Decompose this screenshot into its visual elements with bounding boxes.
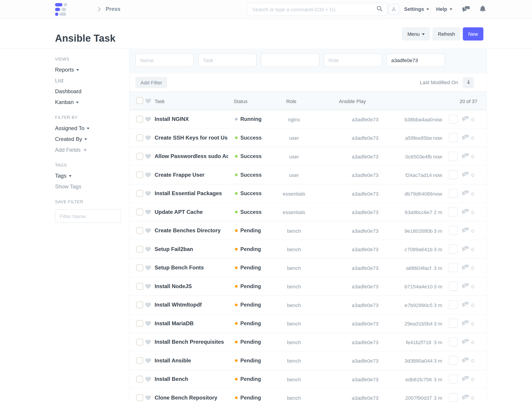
row-checkbox[interactable] [136, 339, 143, 345]
app-logo-icon[interactable] [55, 3, 69, 17]
sidebar-item-show-tags[interactable]: Show Tags + [55, 184, 123, 190]
heart-icon[interactable] [145, 395, 151, 402]
sidebar-item-assigned-to[interactable]: Assigned To + [55, 125, 123, 131]
heart-icon[interactable] [145, 135, 151, 142]
heart-icon[interactable] [145, 209, 151, 216]
sidebar-item-dashboard[interactable]: Dashboard + [55, 88, 123, 95]
row-checkbox[interactable] [136, 153, 143, 160]
sidebar-item-kanban[interactable]: Kanban + [55, 99, 123, 106]
row-checkbox[interactable] [136, 134, 143, 141]
task-name[interactable]: Allow Passwordless sudo Ac [155, 153, 228, 160]
heart-icon[interactable] [145, 265, 151, 272]
table-row[interactable]: Clone Bench Repository Pending bench a3a… [130, 389, 487, 402]
task-name[interactable]: Setup Fail2ban [155, 246, 193, 253]
row-checkbox[interactable] [136, 190, 143, 197]
table-row[interactable]: Install NodeJS Pending bench a3adfe0e73 … [130, 277, 487, 296]
filter-name-input[interactable] [55, 209, 121, 223]
assign-placeholder[interactable] [449, 115, 458, 124]
sidebar-item-add-fields[interactable]: Add Fields + [55, 147, 123, 153]
table-row[interactable]: Create Frappe User Success user a3adfe0e… [130, 166, 487, 185]
heart-icon[interactable] [145, 339, 151, 346]
assign-placeholder[interactable] [449, 244, 458, 254]
assign-placeholder[interactable] [449, 152, 458, 161]
select-all-checkbox[interactable] [136, 97, 143, 104]
column-header-role[interactable]: Role [286, 98, 296, 105]
user-avatar[interactable]: A [388, 4, 399, 15]
table-row[interactable]: Install Essential Packages Success essen… [130, 184, 487, 203]
column-header-task[interactable]: Task [155, 98, 165, 105]
settings-menu[interactable]: Settings [404, 6, 429, 12]
heart-icon[interactable] [145, 98, 151, 105]
add-filter-button[interactable]: Add Filter [135, 77, 167, 88]
row-checkbox[interactable] [136, 394, 143, 401]
row-checkbox[interactable] [136, 246, 143, 253]
list-filter-input-3[interactable] [261, 53, 320, 67]
row-checkbox[interactable] [136, 320, 143, 327]
list-filter-input-4[interactable] [324, 53, 382, 67]
notifications-bell-icon[interactable] [480, 5, 486, 14]
heart-icon[interactable] [145, 302, 151, 309]
sidebar-item-created-by[interactable]: Created By + [55, 136, 123, 142]
heart-icon[interactable] [145, 246, 151, 253]
assign-placeholder[interactable] [449, 133, 458, 142]
table-row[interactable]: Setup Bench Fonts Pending bench a3adfe0e… [130, 259, 487, 277]
global-search[interactable] [247, 3, 387, 16]
table-row[interactable]: Install Bench Pending bench a3adfe0e73 e… [130, 370, 487, 389]
assign-placeholder[interactable] [449, 207, 458, 217]
task-name[interactable]: Setup Bench Fonts [155, 264, 204, 271]
table-row[interactable]: Install MariaDB Pending bench a3adfe0e73… [130, 314, 487, 333]
chat-icon[interactable] [462, 6, 470, 14]
table-row[interactable]: Install NGINX Running nginx a3adfe0e73 b… [130, 110, 487, 129]
heart-icon[interactable] [145, 284, 151, 290]
row-checkbox[interactable] [136, 209, 143, 215]
heart-icon[interactable] [145, 376, 151, 383]
help-menu[interactable]: Help [436, 6, 452, 12]
assign-placeholder[interactable] [449, 300, 458, 309]
table-row[interactable]: Allow Passwordless sudo Ac Success user … [130, 147, 487, 166]
row-checkbox[interactable] [136, 264, 143, 271]
heart-icon[interactable] [145, 191, 151, 198]
heart-icon[interactable] [145, 117, 151, 123]
heart-icon[interactable] [145, 228, 151, 235]
task-name[interactable]: Create Frappe User [155, 172, 204, 178]
task-name[interactable]: Install NGINX [155, 116, 189, 123]
column-header-status[interactable]: Status [234, 98, 247, 105]
heart-icon[interactable] [145, 321, 151, 327]
sidebar-item-reports[interactable]: Reports + [55, 67, 123, 73]
task-name[interactable]: Install NodeJS [155, 283, 192, 290]
row-checkbox[interactable] [136, 357, 143, 364]
assign-placeholder[interactable] [449, 170, 458, 179]
row-checkbox[interactable] [136, 172, 143, 178]
table-row[interactable]: Update APT Cache Success essentials a3ad… [130, 203, 487, 222]
assign-placeholder[interactable] [449, 226, 458, 235]
assign-placeholder[interactable] [449, 263, 458, 272]
row-checkbox[interactable] [136, 116, 143, 123]
column-header-ansible-play[interactable]: Ansible Play [339, 98, 366, 105]
list-filter-input-5[interactable] [387, 53, 445, 67]
task-name[interactable]: Install Essential Packages [155, 190, 222, 197]
task-name[interactable]: Update APT Cache [155, 209, 203, 215]
task-name[interactable]: Install Ansible [155, 357, 191, 364]
task-name[interactable]: Install Bench Prerequisites [155, 339, 224, 345]
breadcrumb[interactable]: Press [106, 6, 120, 12]
list-filter-input-2[interactable] [198, 53, 257, 67]
sort-by-label[interactable]: Last Modified On [420, 79, 458, 85]
task-name[interactable]: Create Benches Directory [155, 227, 221, 234]
heart-icon[interactable] [145, 358, 151, 365]
task-name[interactable]: Clone Bench Repository [155, 394, 217, 401]
task-name[interactable]: Install MariaDB [155, 320, 194, 327]
sidebar-item-list[interactable]: List + [55, 77, 123, 84]
table-row[interactable]: Install Bench Prerequisites Pending benc… [130, 333, 487, 351]
assign-placeholder[interactable] [449, 281, 458, 291]
table-row[interactable]: Install Ansible Pending bench a3adfe0e73… [130, 351, 487, 370]
new-button[interactable]: New [463, 27, 483, 41]
search-input[interactable] [252, 6, 376, 13]
assign-placeholder[interactable] [449, 375, 458, 384]
heart-icon[interactable] [145, 172, 151, 179]
table-row[interactable]: Setup Fail2ban Pending bench a3adfe0e73 … [130, 240, 487, 259]
task-name[interactable]: Install Whtmltopdf [155, 302, 202, 308]
heart-icon[interactable] [145, 154, 151, 160]
refresh-button[interactable]: Refresh [432, 27, 460, 41]
assign-placeholder[interactable] [449, 337, 458, 347]
table-row[interactable]: Install Whtmltopdf Pending bench a3adfe0… [130, 296, 487, 314]
